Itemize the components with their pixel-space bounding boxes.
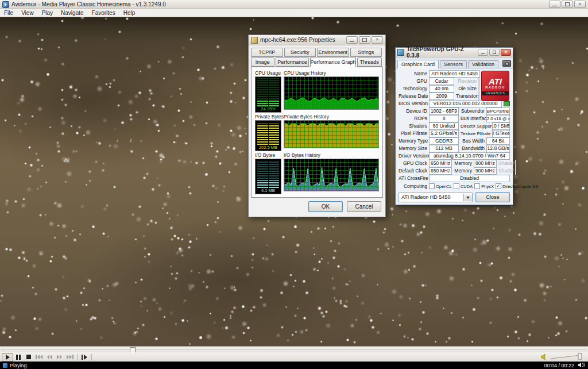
dropdown-button[interactable] [463,194,472,201]
fast-forward-button[interactable] [55,353,65,361]
cpu-usage-value: 24.15% [257,106,279,112]
bios-version-label: BIOS Version [399,101,427,106]
skip-back-button[interactable] [34,353,44,361]
tab-validation[interactable]: Validation [468,60,498,68]
checkbox-cuda[interactable]: CUDA [454,183,473,189]
maximize-icon[interactable] [562,1,573,8]
pause-button[interactable] [13,353,24,361]
card-selector-value: ATI Radeon HD 5450 [401,194,450,200]
bandwidth-label: Bandwidth [461,145,485,151]
gpu-clock-shader-label: Shader [498,160,513,166]
tab-performance-graph[interactable]: Performance Graph [310,57,355,67]
tab-sensors[interactable]: Sensors [440,60,467,68]
cpu-usage-label: CPU Usage [255,70,281,76]
menu-play[interactable]: Play [38,10,57,16]
main-menubar: File View Play Navigate Favorites Help [0,9,588,17]
default-clock-label: Default Clock [399,168,427,174]
close-icon[interactable] [501,49,511,56]
technology-label: Technology [399,86,427,91]
crossfire-label: ATI CrossFire [399,175,427,181]
checkbox-physx[interactable]: PhysX [474,183,494,189]
subvendor-field: Sapphire/PCPartner (174B) [486,107,510,115]
ati-radeon-logo: ATI RADEON GRAPHICS [481,71,509,101]
io-bytes-label: I/O Bytes [255,152,281,159]
checkbox-icon [474,183,480,189]
menu-favorites[interactable]: Favorites [88,10,119,16]
seek-track[interactable] [1,349,587,349]
cpu-usage-history-graph [284,76,379,110]
close-icon[interactable] [372,36,383,44]
tab-performance[interactable]: Performance [276,57,310,67]
rops-label: ROPs [399,116,427,121]
texture-fillrate-label: Texture Fillrate [461,131,490,136]
gpuz-close-button[interactable]: Close [475,192,510,202]
checkbox-opencl[interactable]: OpenCL [429,183,452,189]
screenshot-camera-icon[interactable] [502,60,511,67]
gpuz-window: TechPowerUp GPU-Z 0.3.8 Graphics Card Se… [395,47,513,205]
tab-tcpip[interactable]: TCP/IP [251,48,283,57]
rewind-button[interactable] [44,353,55,361]
transistors-label: Transistors [456,93,477,99]
gpuz-titlebar[interactable]: TechPowerUp GPU-Z 0.3.8 [396,48,513,57]
checkbox-icon [454,183,459,189]
tab-threads[interactable]: Threads [357,57,382,67]
audio-channels-icon [578,363,585,368]
menu-help[interactable]: Help [119,10,140,16]
private-bytes-label: Private Bytes [255,114,281,120]
skip-forward-button[interactable] [65,353,75,361]
tab-environment[interactable]: Environment [317,48,349,57]
io-bytes-value: 4.1 MB [257,188,279,193]
gpuz-app-icon [397,49,404,56]
menu-view[interactable]: View [17,10,38,16]
gpu-clock-field: 650 MHz [429,160,452,167]
name-field: ATI Radeon HD 5450 [429,70,480,78]
bird-flock-blur-layer [0,17,1,18]
revision-label: Revision [456,78,477,84]
io-bytes-history-graph [284,159,379,191]
tab-graphics-card[interactable]: Graphics Card [397,60,439,68]
menu-file[interactable]: File [0,10,17,16]
menu-navigate[interactable]: Navigate [57,10,87,16]
play-button[interactable] [2,353,13,362]
volume-slider[interactable] [550,352,583,362]
playback-state: Playing [10,363,27,368]
gpuz-tab-strip: Graphics Card Sensors Validation [396,57,513,68]
card-selector-dropdown[interactable]: ATI Radeon HD 5450 [399,193,473,202]
tab-image[interactable]: Image [251,57,274,67]
properties-dialog-titlebar[interactable]: mpc-hc64.exe:956 Properties [249,35,385,45]
maximize-icon[interactable] [359,36,370,44]
main-window-titlebar[interactable]: Avidemux - Media Player Classic Homecine… [0,0,588,9]
private-bytes-value: 202.5 MB [257,145,279,150]
bios-chip-icon[interactable] [504,101,510,106]
checkbox-directcompute[interactable]: ✓ DirectCompute 5.0 [496,183,539,189]
tab-security[interactable]: Security [284,48,316,57]
memory-type-field: GDDR3 [429,137,459,145]
subvendor-label: Subvendor [461,108,485,114]
toolbar-separator [77,354,78,360]
properties-dialog-icon [251,37,258,44]
ok-button[interactable]: OK [308,201,343,212]
device-id-field: 1002 - 68F9 [429,107,459,115]
minimize-icon[interactable] [346,36,358,44]
stop-button[interactable] [24,353,34,361]
shaders-label: Shaders [399,123,427,129]
memory-size-label: Memory Size [399,145,427,151]
gpu-clock-memory-label: Memory [454,160,472,166]
checkmark-icon: ✓ [496,183,501,189]
maximize-icon[interactable] [489,49,500,56]
playback-time: 00:04 / 00:22 [544,363,574,368]
minimize-icon[interactable] [549,1,560,8]
gpu-clock-shader-field [515,160,516,167]
minimize-icon[interactable] [478,49,488,56]
frame-step-button[interactable] [79,353,90,361]
gpu-clock-label: GPU Clock [399,160,427,166]
default-clock-field: 650 MHz [429,167,452,175]
technology-field: 40 nm [429,85,454,93]
private-bytes-history-graph [284,120,379,148]
gpu-field: Cedar [429,78,454,85]
tab-strings[interactable]: Strings [350,48,382,57]
close-icon[interactable] [574,1,586,8]
cancel-button[interactable]: Cancel [347,201,381,212]
chevron-down-icon [466,197,470,201]
speaker-icon[interactable] [541,352,547,362]
